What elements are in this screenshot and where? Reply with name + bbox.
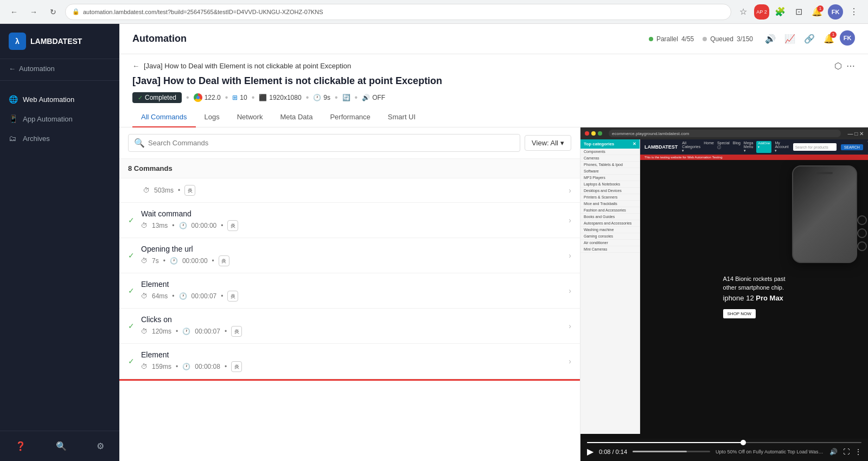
sidebar-back-nav[interactable]: ← Automation (0, 59, 119, 78)
tab-smart-ui[interactable]: Smart UI (379, 107, 424, 127)
top-bar-actions: Parallel 4/55 Queued 3/150 🔊 📈 🔗 🔔 1 (649, 30, 855, 48)
sidebar-item-web-automation[interactable]: 🌐 Web Automation (0, 89, 119, 109)
page-title-area: [Java] How to Deal with Element is not c… (119, 71, 868, 103)
tab-all-commands[interactable]: All Commands (132, 107, 196, 127)
clock-icon: 🕐 (182, 363, 190, 370)
speaker-icon: 🔊 (362, 94, 370, 101)
browser-version: 122.0 (205, 94, 221, 101)
video-progress-track[interactable] (587, 442, 861, 443)
clock-icon: 🕐 (182, 328, 190, 335)
fake-cat-item: Phones, Tablets & Ipod (580, 162, 640, 168)
stopwatch-icon: ⏱ (141, 363, 148, 370)
logo-icon: λ (9, 33, 26, 50)
profile-split-button[interactable]: ⊡ (791, 4, 806, 20)
fake-addone-badge: AddOne ▾ (756, 141, 771, 153)
page-title-topbar: Automation (132, 33, 187, 44)
os-meta: ⊞ 10 (232, 94, 247, 101)
fake-site-topbar: ecommerce.playground.lambdatest.com — □ … (580, 127, 868, 139)
tab-performance[interactable]: Performance (321, 107, 379, 127)
settings-icon[interactable]: ⚙ (93, 438, 107, 454)
menu-button[interactable]: ⋮ (846, 4, 861, 20)
fake-camera-3 (857, 241, 867, 251)
fake-cat-item: Mice and Trackballs (580, 201, 640, 207)
command-item[interactable]: ✓ Wait command ⏱ 13ms • 🕐 00:00:00 • 炎 (119, 203, 580, 238)
sidebar-item-app-automation[interactable]: 📱 App Automation (0, 109, 119, 129)
command-item[interactable]: ✓ Element ⏱ 159ms • 🕐 00:00:08 • 炎 (119, 344, 580, 379)
video-mute-button[interactable]: 🔊 (829, 448, 838, 456)
video-control-row: ▶ 0:08 / 0:14 Upto 50% Off on Fully Auto… (587, 446, 861, 457)
page-title: [Java] How to Deal with Element is not c… (132, 75, 855, 87)
tab-all-commands-label: All Commands (141, 113, 187, 121)
command-duration-4: 64ms (152, 292, 168, 300)
forward-button[interactable]: → (26, 4, 41, 20)
address-bar[interactable]: 🔒 automation.lambdatest.com/test?build=2… (65, 4, 731, 20)
video-more-button[interactable]: ⋮ (855, 448, 861, 456)
command-name-6: Element (141, 350, 562, 359)
windows-icon: ⊞ (232, 94, 238, 101)
clock-icon: 🕐 (170, 257, 178, 265)
command-item[interactable]: ✓ Opening the url ⏱ 7s • 🕐 00:00:00 • 炎 (119, 238, 580, 273)
sidebar-item-archives[interactable]: 🗂 Archives (0, 129, 119, 148)
command-meta-2: ⏱ 13ms • 🕐 00:00:00 • 炎 (141, 220, 562, 231)
fake-cat-item: Fashion and Accessories (580, 207, 640, 214)
sidebar-divider (0, 80, 119, 81)
resolution-meta: ⬛ 1920x1080 (259, 94, 301, 101)
search-input[interactable] (148, 139, 514, 147)
command-item[interactable]: ✓ Clicks on ⏱ 120ms • 🕐 00:00:07 • 炎 (119, 309, 580, 344)
duration-meta: 🕐 9s (313, 94, 330, 101)
command-duration-5: 120ms (152, 328, 171, 335)
sidebar-item-label-archives: Archives (23, 135, 50, 143)
ai-icon-6: 炎 (231, 361, 242, 372)
tab-network[interactable]: Network (228, 107, 272, 127)
tunnel-meta: 🔊 OFF (362, 94, 385, 101)
breadcrumb-back-arrow[interactable]: ← (132, 62, 139, 70)
video-play-button[interactable]: ▶ (587, 446, 593, 457)
search-input-wrap[interactable]: 🔍 (128, 134, 520, 152)
extensions-button[interactable]: 🧩 (773, 4, 788, 20)
topbar-notification-count: 1 (830, 31, 837, 38)
sidebar-section: 🌐 Web Automation 📱 App Automation 🗂 Arch… (0, 83, 119, 155)
view-dropdown[interactable]: View: All ▾ (525, 135, 571, 151)
sidebar-back-label: Automation (19, 65, 55, 73)
command-item[interactable]: ✓ Element ⏱ 64ms • 🕐 00:00:07 • 炎 (119, 273, 580, 309)
fake-nav-mega: Mega Menu ▾ (744, 141, 754, 153)
command-item[interactable]: ⏱ 503ms • 炎 › (119, 178, 580, 203)
bookmark-button[interactable]: ☆ (736, 4, 751, 20)
refresh-icon: 🔄 (342, 94, 350, 101)
duration-value: 9s (323, 94, 330, 101)
fake-cat-item: Autospares and Accessories (580, 220, 640, 227)
chevron-down-icon: ▾ (560, 139, 564, 147)
status-badge: ✓ Completed (132, 92, 182, 103)
fake-site-logo: LAMBDATEST (644, 144, 678, 150)
tab-logs[interactable]: Logs (196, 107, 228, 127)
notifications-area: 🔔 1 (809, 4, 825, 20)
ai-icon-5: 炎 (231, 326, 242, 337)
url-text: automation.lambdatest.com/test?build=256… (83, 9, 323, 15)
parallel-value: 4/55 (681, 35, 694, 43)
back-button[interactable]: ← (7, 4, 22, 20)
video-volume-slider[interactable] (633, 451, 710, 452)
topbar-notification-btn[interactable]: 🔔 1 (820, 30, 838, 48)
tab-meta-data-label: Meta Data (280, 113, 312, 121)
app-layout: λ LAMBDATEST ← Automation 🌐 Web Automati… (0, 24, 868, 461)
tabs-bar: All Commands Logs Network Meta Data Perf… (119, 107, 868, 127)
reload-button[interactable]: ↻ (46, 4, 61, 20)
fake-nav-category: All Categories ▾ (682, 141, 700, 153)
topbar-icon-btn-1[interactable]: 🔊 (762, 30, 779, 48)
fake-product-main: LAMBDATEST All Categories ▾ Home Special… (640, 139, 868, 434)
share-button[interactable]: ⬡ (834, 61, 842, 71)
commands-panel: 🔍 View: All ▾ 8 Commands ⏱ 503 (119, 127, 580, 461)
ap-button[interactable]: AP 2 (754, 4, 769, 20)
topbar-icon-btn-3[interactable]: 🔗 (801, 30, 818, 48)
help-icon[interactable]: ❓ (12, 438, 29, 454)
video-progress-thumb (741, 440, 746, 445)
topbar-icon-btn-2[interactable]: 📈 (781, 30, 799, 48)
more-options-button[interactable]: ⋯ (846, 61, 855, 71)
video-fullscreen-button[interactable]: ⛶ (843, 448, 850, 456)
topbar-user-avatar[interactable]: FK (840, 30, 855, 46)
tab-meta-data[interactable]: Meta Data (271, 107, 321, 127)
user-avatar-button[interactable]: FK (828, 4, 843, 20)
search-icon: 🔍 (134, 138, 145, 148)
fake-website-body: Top categories ✕ Components Cameras Phon… (580, 139, 868, 434)
search-sidebar-icon[interactable]: 🔍 (53, 438, 70, 454)
